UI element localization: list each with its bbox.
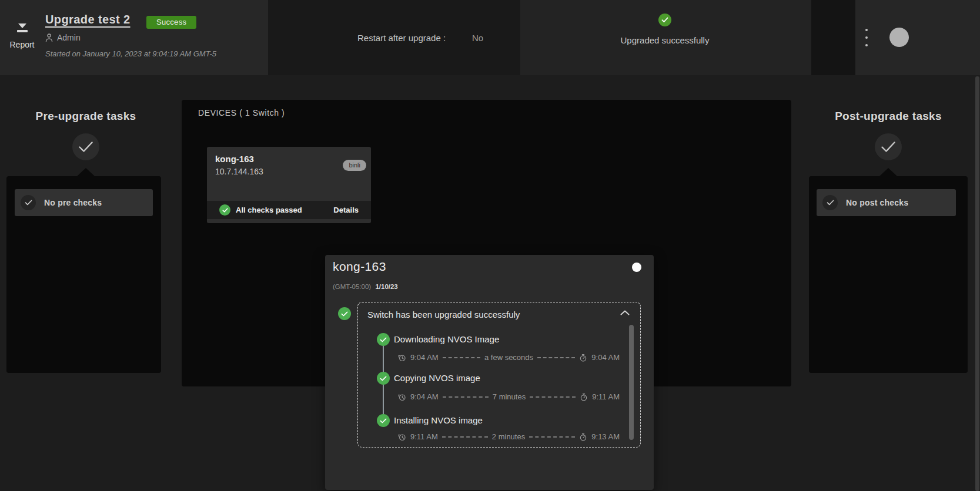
upgrade-summary-text: Switch has been upgraded successfuly xyxy=(367,310,520,320)
step-end-time: 9:11 AM xyxy=(592,392,620,401)
step-end-time: 9:13 AM xyxy=(591,432,620,441)
device-detail-popup: kong-163 (GMT-05:00) 1/10/23 Switch has … xyxy=(325,255,654,490)
start-time-icon xyxy=(398,433,406,441)
step-duration: 7 minutes xyxy=(493,392,526,401)
device-details-link[interactable]: Details xyxy=(333,206,359,214)
pre-upgrade-tasks-title: Pre-upgrade tasks xyxy=(21,110,150,123)
step-check-icon xyxy=(377,333,390,346)
dashed-line xyxy=(529,436,575,438)
dashed-line xyxy=(530,396,576,398)
kebab-dot xyxy=(865,36,868,39)
report-button-content[interactable]: Report xyxy=(0,22,44,49)
pre-upgrade-check-icon xyxy=(72,133,99,160)
device-ip: 10.7.144.163 xyxy=(215,167,263,176)
header-far-right-section xyxy=(855,0,980,75)
upgrade-success-check-icon xyxy=(658,14,671,26)
popup-datetime: (GMT-05:00) 1/10/23 xyxy=(333,283,398,290)
device-card[interactable]: kong-163 10.7.144.163 binli All checks p… xyxy=(207,147,371,223)
steps-scrollbar-thumb[interactable] xyxy=(629,325,634,440)
check-icon xyxy=(21,195,36,210)
report-button-label: Report xyxy=(0,40,44,49)
step-duration: a few seconds xyxy=(484,353,533,362)
post-check-list-item: No post checks xyxy=(817,189,956,216)
upgrade-steps-box: Switch has been upgraded successfuly Dow… xyxy=(357,302,641,448)
step-label: Copying NVOS image xyxy=(394,373,480,383)
step-time-row: 9:11 AM 2 minutes 9:13 AM xyxy=(398,432,620,441)
status-badge: Success xyxy=(146,16,196,29)
pre-upgrade-panel: No pre checks xyxy=(6,176,161,373)
overall-status-text: Upgraded successfully xyxy=(606,35,724,45)
end-time-icon xyxy=(579,433,587,441)
user-icon xyxy=(45,33,53,42)
dashed-line xyxy=(443,396,489,398)
kebab-dot xyxy=(865,29,868,31)
date-label: 1/10/23 xyxy=(375,283,397,290)
page-title: Upgrade test 2 xyxy=(45,13,131,26)
dashed-line xyxy=(442,436,488,438)
post-upgrade-check-icon xyxy=(875,133,902,160)
pre-check-label: No pre checks xyxy=(44,198,102,207)
chevron-up-icon[interactable] xyxy=(620,310,630,315)
step-start-time: 9:04 AM xyxy=(410,353,439,362)
started-timestamp: Started on January 10, 2023 at 9:04:19 A… xyxy=(45,49,216,58)
step-check-icon xyxy=(377,372,390,385)
check-icon xyxy=(822,195,838,210)
pre-panel-notch xyxy=(77,168,95,176)
post-panel-notch xyxy=(879,168,897,176)
step-label: Downloading NVOS Image xyxy=(394,334,499,344)
device-tag-badge: binli xyxy=(343,160,366,171)
pre-check-list-item: No pre checks xyxy=(15,189,153,216)
timezone-label: (GMT-05:00) xyxy=(333,283,371,290)
popup-hostname: kong-163 xyxy=(333,260,386,274)
post-check-label: No post checks xyxy=(846,198,908,207)
owner-label: Admin xyxy=(57,33,81,42)
checks-passed-icon xyxy=(219,204,230,216)
step-label: Installing NVOS image xyxy=(394,415,483,425)
device-checks-strip: All checks passed Details xyxy=(207,201,371,219)
start-time-icon xyxy=(398,393,406,401)
end-time-icon xyxy=(580,393,588,401)
step-time-row: 9:04 AM 7 minutes 9:11 AM xyxy=(398,392,620,401)
device-hostname: kong-163 xyxy=(215,154,254,164)
step-check-icon xyxy=(377,414,390,427)
step-end-time: 9:04 AM xyxy=(591,353,620,362)
owner-row: Admin xyxy=(45,33,81,42)
restart-after-upgrade-value: No xyxy=(472,33,483,43)
download-report-icon xyxy=(15,22,30,34)
upgrade-status-page: Upgrade test 2 Success Admin Started on … xyxy=(0,0,980,491)
end-time-icon xyxy=(579,354,587,362)
popup-status-dot xyxy=(632,263,641,272)
restart-after-upgrade-label: Restart after upgrade : xyxy=(357,33,446,43)
step-start-time: 9:11 AM xyxy=(410,432,438,441)
step-duration: 2 minutes xyxy=(492,432,525,441)
post-upgrade-panel: No post checks xyxy=(809,176,968,373)
dashed-line xyxy=(537,357,575,358)
upgrade-summary-check-icon xyxy=(338,307,351,320)
report-button[interactable] xyxy=(811,0,855,75)
user-avatar[interactable] xyxy=(889,28,909,47)
checks-passed-label: All checks passed xyxy=(236,206,302,214)
devices-panel-title: DEVICES ( 1 Switch ) xyxy=(198,108,285,117)
dashed-line xyxy=(443,357,480,358)
page-scrollbar-thumb[interactable] xyxy=(975,76,979,491)
post-upgrade-tasks-title: Post-upgrade tasks xyxy=(824,110,953,123)
step-time-row: 9:04 AM a few seconds 9:04 AM xyxy=(398,353,620,362)
more-options-button[interactable] xyxy=(862,28,871,48)
start-time-icon xyxy=(398,354,406,362)
step-start-time: 9:04 AM xyxy=(410,392,439,401)
kebab-dot xyxy=(865,44,868,46)
